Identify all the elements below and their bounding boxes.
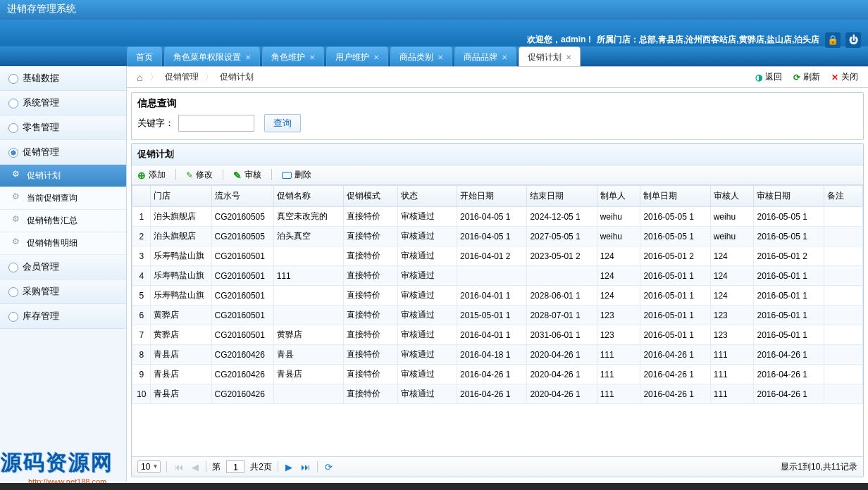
sidebar-item-会员管理[interactable]: 会员管理 (0, 255, 126, 279)
sidebar-item-促销管理[interactable]: 促销管理 (0, 140, 126, 165)
close-icon: ✕ (831, 73, 838, 82)
breadcrumb-item: 促销计划 (217, 71, 256, 83)
query-title: 信息查询 (137, 97, 857, 110)
app-title: 进销存管理系统 (7, 3, 76, 14)
col-header[interactable]: 开始日期 (457, 186, 527, 207)
delete-button[interactable]: 删除 (282, 169, 311, 181)
col-header[interactable]: 促销模式 (344, 186, 398, 207)
back-button[interactable]: ◑返回 (755, 71, 782, 83)
page-size-select[interactable]: 10 (137, 460, 161, 473)
app-header: 进销存管理系统 (0, 0, 868, 20)
breadcrumb: ⌂ 〉 促销管理 〉 促销计划 ◑返回 ⟳刷新 ✕关闭 (127, 67, 868, 88)
sidebar-item-零售管理[interactable]: 零售管理 (0, 115, 126, 140)
col-header[interactable]: 结束日期 (527, 186, 597, 207)
pager-refresh-icon[interactable]: ⟳ (323, 462, 334, 472)
content-area: ⌂ 〉 促销管理 〉 促销计划 ◑返回 ⟳刷新 ✕关闭 信息查询 关键字： 查询… (127, 66, 868, 482)
power-icon[interactable]: ⏻ (845, 32, 861, 48)
table-row[interactable]: 2泊头旗舰店CG20160505泊头真空直接特价审核通过2016-04-05 1… (132, 227, 863, 246)
tabs-bar: 首页角色菜单权限设置✕角色维护✕用户维护✕商品类别✕商品品牌✕促销计划✕ (0, 46, 868, 66)
col-header[interactable]: 促销名称 (273, 186, 343, 207)
sidebar-sub-促销销售汇总[interactable]: 促销销售汇总 (0, 210, 126, 232)
refresh-button[interactable]: ⟳刷新 (793, 71, 820, 83)
last-page-icon[interactable]: ⏭ (299, 462, 311, 472)
sidebar-sub-促销销售明细[interactable]: 促销销售明细 (0, 232, 126, 255)
sidebar-item-采购管理[interactable]: 采购管理 (0, 279, 126, 304)
table-row[interactable]: 10青县店CG20160426直接特价审核通过2016-04-26 12020-… (132, 384, 863, 404)
col-header[interactable]: 制单人 (597, 186, 640, 207)
sidebar-sub-当前促销查询[interactable]: 当前促销查询 (0, 187, 126, 210)
tab-角色菜单权限设置[interactable]: 角色菜单权限设置✕ (164, 46, 260, 66)
breadcrumb-item[interactable]: 促销管理 (162, 71, 202, 83)
tab-close-icon[interactable]: ✕ (245, 54, 251, 61)
tab-商品类别[interactable]: 商品类别✕ (390, 46, 452, 66)
tab-close-icon[interactable]: ✕ (309, 54, 315, 61)
tab-商品品牌[interactable]: 商品品牌✕ (454, 46, 516, 66)
welcome-text: 欢迎您，admin！ 所属门店：总部,青县店,沧州西客站店,黄骅店,盐山店,泊头… (527, 32, 861, 48)
col-header[interactable]: 制单日期 (640, 186, 710, 207)
add-button[interactable]: ⊕添加 (137, 169, 166, 181)
back-icon: ◑ (755, 73, 762, 82)
tab-用户维护[interactable]: 用户维护✕ (326, 46, 388, 66)
tab-促销计划[interactable]: 促销计划✕ (519, 46, 581, 66)
pager: 10 ⏮ ◀ 第 共2页 ▶ ⏭ ⟳ 显示1到10,共11记录 (132, 456, 863, 477)
audit-icon: ✎ (233, 170, 242, 181)
sidebar-item-系统管理[interactable]: 系统管理 (0, 91, 126, 115)
pager-info: 显示1到10,共11记录 (781, 461, 857, 473)
lock-icon[interactable]: 🔒 (825, 32, 841, 48)
sidebar-sub-促销计划[interactable]: 促销计划 (0, 165, 126, 187)
table-row[interactable]: 9青县店CG20160426青县店直接特价审核通过2016-04-26 1202… (132, 365, 863, 384)
prev-page-icon[interactable]: ◀ (190, 462, 200, 472)
keyword-input[interactable] (178, 115, 254, 132)
sidebar-item-库存管理[interactable]: 库存管理 (0, 304, 126, 329)
edit-icon: ✎ (186, 170, 193, 180)
header-info-bar: 欢迎您，admin！ 所属门店：总部,青县店,沧州西客站店,黄骅店,盐山店,泊头… (0, 20, 868, 46)
tab-close-icon[interactable]: ✕ (438, 54, 443, 61)
home-icon[interactable]: ⌂ (132, 72, 147, 83)
table-row[interactable]: 7黄骅店CG20160501黄骅店直接特价审核通过2016-04-01 1203… (132, 325, 863, 345)
col-header[interactable]: 审核日期 (754, 186, 824, 207)
grid-toolbar: ⊕添加 ✎修改 ✎审核 删除 (132, 165, 863, 185)
tab-close-icon[interactable]: ✕ (502, 54, 507, 61)
watermark-logo: 源码资源网 (1, 448, 113, 477)
sidebar: 基础数据系统管理零售管理促销管理促销计划当前促销查询促销销售汇总促销销售明细会员… (0, 66, 127, 482)
col-header[interactable]: 备注 (824, 186, 862, 207)
search-button[interactable]: 查询 (264, 114, 301, 132)
edit-button[interactable]: ✎修改 (186, 169, 213, 181)
tab-close-icon[interactable]: ✕ (373, 54, 379, 61)
grid-panel: 促销计划 ⊕添加 ✎修改 ✎审核 删除 门店流水号促销名称促销模式状态开始日期结… (131, 143, 864, 477)
col-header[interactable]: 流水号 (211, 186, 273, 207)
delete-icon (282, 172, 292, 179)
table-row[interactable]: 5乐寿鸭盐山旗CG20160501直接特价审核通过2016-04-01 1202… (132, 286, 863, 306)
tab-首页[interactable]: 首页 (127, 46, 162, 66)
bottom-bar (0, 483, 868, 490)
keyword-label: 关键字： (137, 117, 174, 130)
table-row[interactable]: 1泊头旗舰店CG20160505真空未改完的直接特价审核通过2016-04-05… (132, 207, 863, 227)
table-row[interactable]: 6黄骅店CG20160501直接特价审核通过2015-05-01 12028-0… (132, 306, 863, 325)
add-icon: ⊕ (137, 170, 146, 181)
audit-button[interactable]: ✎审核 (233, 169, 261, 181)
grid-title: 促销计划 (132, 144, 863, 165)
close-button[interactable]: ✕关闭 (831, 71, 858, 83)
col-header[interactable]: 审核人 (710, 186, 754, 207)
col-header[interactable]: 状态 (398, 186, 457, 207)
tab-close-icon[interactable]: ✕ (566, 54, 571, 61)
query-panel: 信息查询 关键字： 查询 (131, 92, 864, 140)
col-header[interactable]: 门店 (151, 186, 211, 207)
table-row[interactable]: 4乐寿鸭盐山旗CG20160501111直接特价审核通过1242016-05-0… (132, 266, 863, 286)
page-input[interactable] (226, 460, 244, 473)
first-page-icon[interactable]: ⏮ (173, 462, 185, 472)
table-row[interactable]: 8青县店CG20160426青县直接特价审核通过2016-04-18 12020… (132, 345, 863, 365)
tab-角色维护[interactable]: 角色维护✕ (262, 46, 324, 66)
next-page-icon[interactable]: ▶ (284, 462, 294, 472)
refresh-icon: ⟳ (793, 73, 800, 82)
sidebar-item-基础数据[interactable]: 基础数据 (0, 66, 126, 91)
table-row[interactable]: 3乐寿鸭盐山旗CG20160501直接特价审核通过2016-04-01 2202… (132, 246, 863, 266)
data-grid: 门店流水号促销名称促销模式状态开始日期结束日期制单人制单日期审核人审核日期备注 … (132, 185, 863, 404)
